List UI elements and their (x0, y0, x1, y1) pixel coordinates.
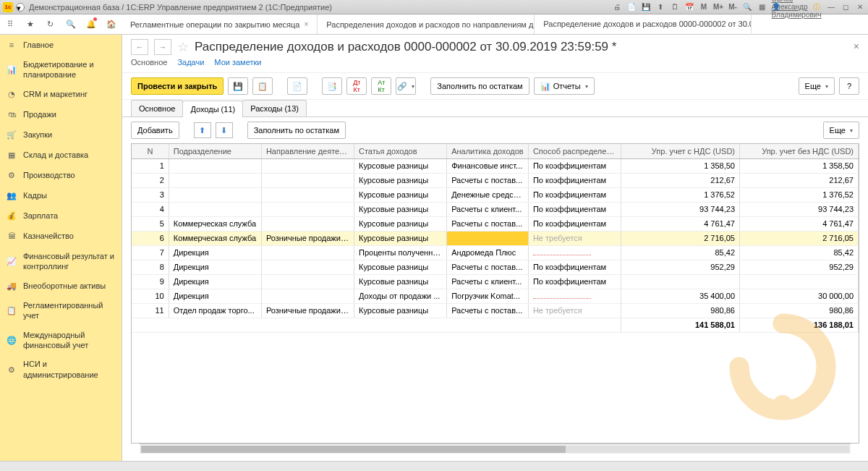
reports-button[interactable]: 📊 Отчеты▾ (534, 77, 595, 95)
table-cell[interactable]: 7 (132, 245, 169, 260)
table-cell[interactable] (261, 173, 354, 187)
print-icon[interactable]: 🖨 (612, 2, 622, 12)
table-cell[interactable]: Курсовые разницы (354, 303, 447, 318)
table-cell[interactable]: 952,29 (621, 260, 740, 274)
table-cell[interactable] (528, 289, 621, 303)
table-cell[interactable]: Проценты полученные (354, 245, 447, 260)
sidebar-item[interactable]: 🛍Продажи (0, 105, 122, 125)
sidebar-item[interactable]: ◔CRM и маркетинг (0, 85, 122, 105)
column-header[interactable]: Способ распределен... (528, 144, 621, 158)
table-cell[interactable] (528, 245, 621, 260)
sidebar-item[interactable]: ≡Главное (0, 35, 122, 55)
app-grid-icon[interactable]: ⠿ (0, 14, 20, 34)
subnav-tasks[interactable]: Задачи (177, 58, 204, 67)
income-grid[interactable]: NПодразделениеНаправление деятел...Стать… (131, 143, 859, 444)
save-disk-icon[interactable]: 💾 (641, 2, 651, 12)
sidebar-item[interactable]: ⚙НСИ и администрирование (0, 355, 122, 384)
sidebar-item[interactable]: 🌐Международный финансовый учет (0, 326, 122, 355)
table-cell[interactable]: По коэффициентам (528, 216, 621, 231)
table-cell[interactable] (169, 187, 261, 202)
move-up-button[interactable]: ⬆ (194, 122, 211, 138)
table-row[interactable]: 3Курсовые разницыДенежные средстваПо коэ… (132, 187, 859, 202)
sidebar-item[interactable]: 🛒Закупки (0, 125, 122, 145)
table-cell[interactable]: Расчеты с постав... (447, 303, 529, 318)
table-cell[interactable]: По коэффициентам (528, 274, 621, 289)
user-name-link[interactable]: Орлов Александр Владимирович (791, 2, 801, 12)
home-icon[interactable]: 🏠 (101, 14, 122, 34)
table-row[interactable]: 10ДирекцияДоходы от продажи ...Погрузчик… (132, 289, 859, 303)
table-row[interactable]: 5Коммерческая службаКурсовые разницыРасч… (132, 216, 859, 231)
table-cell[interactable]: 10 (132, 289, 169, 303)
table-cell[interactable]: По коэффициентам (528, 173, 621, 187)
table-cell[interactable]: 3 (132, 187, 169, 202)
table-cell[interactable]: 35 400,00 (621, 289, 740, 303)
sidebar-item[interactable]: 🏛Казначейство (0, 226, 122, 247)
table-cell[interactable]: Дирекция (169, 245, 261, 260)
subnav-notes[interactable]: Мои заметки (214, 58, 261, 67)
search-icon[interactable]: 🔍 (61, 14, 81, 34)
add-row-button[interactable]: Добавить (131, 122, 179, 139)
cloud-icon[interactable]: ⬆ (655, 2, 665, 12)
sidebar-item[interactable]: ▦Склад и доставка (0, 145, 122, 166)
fill-by-balance-button[interactable]: Заполнить по остаткам (430, 77, 529, 95)
table-cell[interactable]: Доходы от продажи ... (354, 289, 447, 303)
inner-tab-expense[interactable]: Расходы (13) (242, 100, 307, 116)
sidebar-item[interactable]: 📈Финансовый результат и контроллинг (0, 247, 122, 276)
nav-back-button[interactable]: ← (131, 39, 148, 55)
table-cell[interactable]: 5 (132, 216, 169, 231)
table-cell[interactable]: Розничные продажи ... (261, 303, 354, 318)
table-cell[interactable]: 980,86 (621, 303, 740, 318)
table-row[interactable]: 4Курсовые разницыРасчеты с клиент...По к… (132, 202, 859, 216)
table-cell[interactable] (261, 158, 354, 173)
calendar-icon[interactable]: 📅 (684, 2, 694, 12)
close-window-icon[interactable]: ✕ (855, 2, 865, 12)
horizontal-scrollbar[interactable] (140, 444, 851, 454)
tab-closing-ops[interactable]: Регламентные операции по закрытию месяца… (122, 14, 318, 34)
more-actions-button[interactable]: Еще▾ (799, 77, 835, 95)
table-cell[interactable]: 1 (132, 158, 169, 173)
table-cell[interactable]: 6 (132, 231, 169, 245)
move-down-button[interactable]: ⬇ (216, 122, 233, 138)
table-cell[interactable]: 85,42 (621, 245, 740, 260)
table-cell[interactable]: Коммерческая служба (169, 216, 261, 231)
table-cell[interactable]: Расчеты с клиент... (447, 202, 529, 216)
inner-tab-main[interactable]: Основное (131, 100, 183, 116)
table-cell[interactable]: 1 376,52 (621, 187, 740, 202)
column-header[interactable]: Направление деятел... (261, 144, 354, 158)
based-on-button[interactable]: 📑 (322, 77, 342, 95)
table-row[interactable]: 8ДирекцияКурсовые разницыРасчеты с поста… (132, 260, 859, 274)
m-plus-button[interactable]: M+ (713, 2, 723, 12)
table-cell[interactable]: 30 000,00 (740, 289, 859, 303)
table-cell[interactable]: Расчеты с постав... (447, 216, 529, 231)
sidebar-item[interactable]: 📊Бюджетирование и планирование (0, 55, 122, 85)
table-cell[interactable]: Курсовые разницы (354, 158, 447, 173)
table-cell[interactable]: 93 744,23 (621, 202, 740, 216)
table-cell[interactable]: 93 744,23 (740, 202, 859, 216)
calc-icon[interactable]: 🗒 (670, 2, 680, 12)
table-cell[interactable]: Расчеты с постав... (447, 173, 529, 187)
favorite-star-icon[interactable]: ☆ (177, 39, 189, 55)
table-cell[interactable] (261, 289, 354, 303)
table-row[interactable]: 11Отдел продаж торго...Розничные продажи… (132, 303, 859, 318)
table-cell[interactable]: 2 716,05 (740, 231, 859, 245)
table-cell[interactable]: Финансовые инст... (447, 158, 529, 173)
info-icon[interactable]: ⓘ (812, 2, 822, 12)
table-cell[interactable]: 85,42 (740, 245, 859, 260)
table-cell[interactable]: По коэффициентам (528, 158, 621, 173)
at-kt-button[interactable]: АтКт (371, 77, 391, 95)
table-cell[interactable] (740, 274, 859, 289)
table-cell[interactable]: 212,67 (621, 173, 740, 187)
help-button[interactable]: ? (839, 77, 859, 95)
m-button[interactable]: M (699, 2, 709, 12)
table-cell[interactable]: Курсовые разницы (354, 216, 447, 231)
table-cell[interactable]: 2 716,05 (621, 231, 740, 245)
table-cell[interactable]: По коэффициентам (528, 260, 621, 274)
table-cell[interactable]: Дирекция (169, 274, 261, 289)
table-row[interactable]: 6Коммерческая службаРозничные продажи ..… (132, 231, 859, 245)
table-cell[interactable] (261, 274, 354, 289)
m-minus-button[interactable]: M- (728, 2, 738, 12)
post-and-close-button[interactable]: Провести и закрыть (131, 77, 224, 95)
close-document-icon[interactable]: × (854, 41, 859, 52)
table-cell[interactable]: Курсовые разницы (354, 274, 447, 289)
column-header[interactable]: Упр. учет с НДС (USD) (621, 144, 740, 158)
